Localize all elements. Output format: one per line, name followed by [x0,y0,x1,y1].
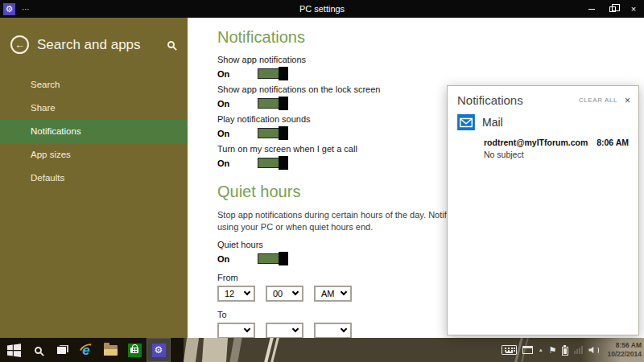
clock-time: 8:56 AM [607,341,642,350]
toggle-switch[interactable] [258,98,288,109]
start-button[interactable] [2,338,26,362]
chevron-down-icon [292,326,299,332]
from-minute-select[interactable]: 00 [266,286,303,302]
close-icon: × [631,4,636,14]
wallpaper-highlight [184,338,200,362]
settings-app-icon: ⚙ [152,343,166,357]
taskbar: e ⚙ ▲ [0,338,644,362]
from-minute-value: 00 [273,289,283,298]
toggle-knob [279,156,288,170]
chevron-down-icon [341,326,347,332]
flyout-close-button[interactable]: × [625,96,630,105]
battery-icon[interactable] [562,347,568,356]
notification-item[interactable]: rodtrent@myITforum.com 8:06 AM No subjec… [448,138,638,159]
task-view-icon [56,345,68,355]
setting-show-app-notifications: Show app notifications On [217,55,644,80]
from-ampm-value: AM [321,289,335,298]
close-button[interactable]: × [623,0,644,18]
to-minute-select[interactable] [266,323,303,338]
clock-date: 10/22/2014 [607,350,642,359]
toggle-knob [279,126,288,140]
folder-icon [104,345,118,356]
back-button[interactable]: ← [10,35,29,54]
keyboard-spacebar [506,352,513,353]
flyout-header: Notifications CLEAR ALL × [448,86,638,112]
sidebar-item-share[interactable]: Share [0,97,188,120]
page-title: Search and apps [37,37,167,53]
toggle-switch[interactable] [258,128,288,138]
toggle-state-label: On [217,158,258,168]
windows-logo-icon [7,343,21,357]
taskbar-clock[interactable]: 8:56 AM 10/22/2014 [607,341,642,359]
gear-icon: ⚙ [155,344,163,356]
restore-icon [609,6,616,12]
sidebar-item-search[interactable]: Search [0,73,188,97]
mail-icon [457,114,475,130]
chevron-down-icon [244,289,250,295]
sidebar-item-app-sizes[interactable]: App sizes [0,143,188,167]
sidebar-items: Search Share Notifications App sizes Def… [0,73,188,190]
toggle-switch[interactable] [258,158,288,168]
settings-app-button[interactable]: ⚙ [147,338,171,362]
wallpaper-highlight [229,338,242,362]
back-arrow-icon: ← [14,39,25,51]
toggle-state-label: On [217,129,258,138]
toggle-state-label: On [217,99,258,109]
chevron-down-icon [341,289,347,295]
close-icon: × [625,95,630,106]
toggle-state-label: On [217,69,258,79]
window-title: PC settings [0,4,644,14]
taskbar-apps: e ⚙ [2,338,171,362]
to-ampm-select[interactable] [314,323,352,338]
chevron-down-icon [244,326,250,332]
notification-time: 8:06 AM [597,138,629,147]
internet-explorer-button[interactable]: e [74,338,98,362]
mail-app-name: Mail [482,116,503,129]
toggle-switch[interactable] [258,253,288,264]
action-center-flag-icon[interactable]: ⚑ [549,346,557,355]
notifications-flyout: Notifications CLEAR ALL × Mail rodtrent@… [447,85,639,335]
from-ampm-select[interactable]: AM [314,286,352,302]
toggle-state-label: On [217,254,258,264]
toggle-switch[interactable] [258,68,288,79]
minimize-icon [588,9,595,10]
notifications-heading: Notifications [217,27,644,47]
from-hour-select[interactable]: 12 [217,286,255,302]
file-explorer-button[interactable] [98,338,122,362]
system-tray: ▲ ⚑ 8:56 AM 10/22/2014 [502,338,642,362]
from-hour-value: 12 [225,289,234,298]
app-commands-ellipsis-icon[interactable]: ⋯ [22,5,31,14]
window-controls: × [581,0,644,18]
toggle-knob [279,252,288,265]
screen: ⚙ ⋯ PC settings × ← Search and apps Sear… [0,0,644,362]
store-icon [128,343,142,357]
network-icon[interactable] [574,346,583,354]
sidebar-item-notifications[interactable]: Notifications [0,120,188,143]
store-button[interactable] [122,338,147,362]
toggle-knob [279,97,288,110]
notification-sender: rodtrent@myITforum.com [484,138,588,147]
titlebar: ⚙ ⋯ PC settings × [0,0,644,18]
flyout-title: Notifications [457,93,579,107]
sidebar-header: ← Search and apps [0,18,188,54]
gear-icon: ⚙ [6,4,14,14]
app-window-icon[interactable]: ⚙ [3,3,15,15]
clear-all-button[interactable]: CLEAR ALL [579,97,617,104]
toggle-knob [279,67,288,80]
to-hour-select[interactable] [217,323,255,338]
task-view-button[interactable] [50,338,74,362]
sidebar: ← Search and apps Search Share Notificat… [0,18,188,338]
setting-label: Show app notifications [217,55,644,64]
minimize-button[interactable] [581,0,602,18]
touch-keyboard-button[interactable] [502,345,517,355]
tray-window-icon[interactable] [522,346,533,354]
chevron-down-icon [292,289,299,295]
taskbar-search-button[interactable] [26,338,50,362]
volume-icon[interactable] [588,347,599,354]
search-icon[interactable] [167,41,175,48]
show-hidden-icons-button[interactable]: ▲ [539,348,543,352]
sidebar-item-defaults[interactable]: Defaults [0,167,188,190]
search-icon [35,347,42,354]
restore-button[interactable] [602,0,623,18]
keyboard-keys [505,348,506,349]
